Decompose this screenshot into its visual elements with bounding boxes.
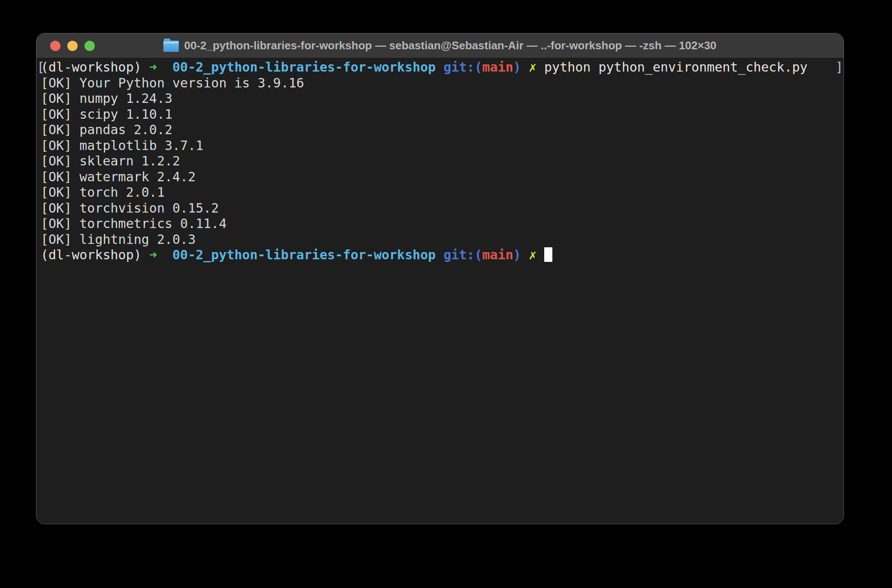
close-button[interactable] [50, 41, 60, 51]
terminal-text-segment: ✗ [529, 60, 536, 75]
terminal-text-segment: [OK] lightning 2.0.3 [41, 232, 196, 247]
terminal-text-segment: [OK] numpy 1.24.3 [41, 91, 172, 106]
minimize-button[interactable] [67, 41, 78, 51]
terminal-line: [OK] watermark 2.4.2 [41, 169, 839, 185]
terminal-window: 00-2_python-libraries-for-workshop — seb… [36, 33, 844, 524]
terminal-text-segment: ➜ [149, 60, 157, 75]
terminal-line: [OK] pandas 2.0.2 [41, 122, 839, 138]
terminal-text-segment: main [482, 247, 513, 262]
terminal-text-segment: [OK] pandas 2.0.2 [41, 122, 172, 137]
terminal-line: [OK] sklearn 1.2.2 [41, 153, 839, 169]
terminal-text-segment: [OK] matplotlib 3.7.1 [41, 138, 203, 153]
terminal-text-segment: ➜ [149, 247, 157, 262]
terminal-line: [OK] torchmetrics 0.11.4 [41, 216, 839, 232]
terminal-line: [OK] torchvision 0.15.2 [41, 201, 839, 216]
terminal-text-segment: ) [513, 247, 529, 262]
terminal-text-segment [157, 247, 172, 262]
terminal-line: [OK] lightning 2.0.3 [41, 232, 839, 248]
terminal-text-segment: [OK] watermark 2.4.2 [41, 169, 196, 184]
terminal-text-segment: (dl-workshop) [41, 60, 149, 75]
terminal-line: [OK] Your Python version is 3.9.16 [41, 75, 839, 91]
terminal-text-segment: [OK] sklearn 1.2.2 [41, 153, 180, 168]
command-mark-left: [ [37, 60, 45, 75]
terminal-text-segment: git:( [443, 60, 482, 75]
terminal-text-segment: 00-2_python-libraries-for-workshop [172, 60, 436, 75]
terminal-text-segment: [OK] torch 2.0.1 [41, 185, 165, 200]
terminal-text-segment: [OK] scipy 1.10.1 [41, 107, 172, 122]
window-titlebar[interactable]: 00-2_python-libraries-for-workshop — seb… [36, 33, 844, 58]
terminal-line: [OK] matplotlib 3.7.1 [41, 138, 839, 154]
terminal-text-segment: ) [513, 60, 529, 75]
terminal-text-segment: python python_environment_check.py [536, 60, 808, 75]
folder-icon [163, 41, 179, 52]
terminal-line: [OK] numpy 1.24.3 [41, 91, 839, 107]
terminal-line: [OK] scipy 1.10.1 [41, 107, 839, 123]
terminal-text-segment [436, 247, 443, 262]
terminal-screen[interactable]: [(dl-workshop) ➜ 00-2_python-libraries-f… [36, 58, 844, 263]
terminal-text-segment: [OK] torchmetrics 0.11.4 [41, 216, 226, 231]
terminal-line: [(dl-workshop) ➜ 00-2_python-libraries-f… [41, 60, 839, 75]
terminal-text-segment: [OK] torchvision 0.15.2 [41, 201, 219, 216]
titlebar-title-group: 00-2_python-libraries-for-workshop — seb… [163, 39, 716, 52]
terminal-cursor [544, 247, 552, 262]
terminal-text-segment: 00-2_python-libraries-for-workshop [172, 247, 436, 262]
terminal-text-segment: main [482, 60, 513, 75]
terminal-line: [OK] torch 2.0.1 [41, 185, 839, 201]
terminal-line: (dl-workshop) ➜ 00-2_python-libraries-fo… [41, 247, 839, 263]
terminal-text-segment: ✗ [529, 247, 536, 262]
window-title: 00-2_python-libraries-for-workshop — seb… [184, 39, 716, 52]
command-mark-right: ] [835, 60, 843, 75]
terminal-text-segment: git:( [443, 247, 482, 262]
terminal-text-segment [536, 247, 544, 262]
terminal-text-segment [157, 60, 172, 75]
terminal-text-segment [436, 60, 443, 75]
traffic-lights [50, 33, 95, 58]
terminal-text-segment: [OK] Your Python version is 3.9.16 [41, 75, 304, 90]
zoom-button[interactable] [84, 41, 95, 51]
terminal-text-segment: (dl-workshop) [41, 247, 149, 262]
desktop-background: 00-2_python-libraries-for-workshop — seb… [0, 0, 892, 588]
